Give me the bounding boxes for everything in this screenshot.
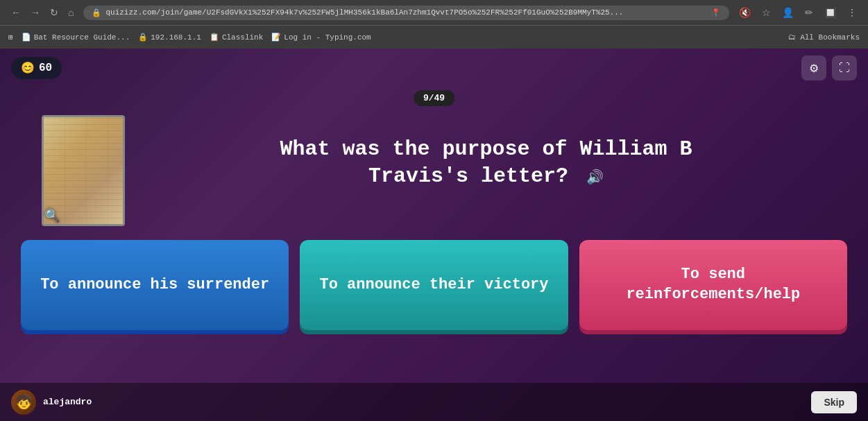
bookmark-typing[interactable]: 📝 Log in - Typing.com	[271, 33, 371, 42]
answer-text-2: To announce their victory	[319, 275, 548, 295]
top-bar: 😊 60 ⚙ ⛶	[0, 49, 868, 87]
bookmark-typing-label: Log in - Typing.com	[284, 33, 371, 42]
bookmark-bat-label: Bat Resource Guide...	[34, 33, 130, 42]
bookmark-bat-icon: 📄	[22, 33, 31, 42]
settings-button[interactable]: ⚙	[801, 55, 826, 80]
top-right-icons: ⚙ ⛶	[801, 55, 857, 80]
answer-text-1: To announce his surrender	[40, 275, 269, 295]
bookmark-classlink-icon: 📋	[210, 33, 219, 42]
profile-button[interactable]: 👤	[779, 6, 797, 19]
skip-button[interactable]: Skip	[811, 391, 857, 413]
extension-button[interactable]: 🔲	[822, 6, 839, 19]
menu-button[interactable]: ⋮	[844, 6, 860, 19]
browser-top-bar: ← → ↻ ⌂ 🔒 quizizz.com/join/game/U2FsdGVk…	[0, 0, 868, 25]
avatar: 🧒	[11, 390, 36, 415]
forward-button[interactable]: →	[28, 6, 43, 19]
bookmark-classlink[interactable]: 📋 Classlink	[210, 33, 263, 42]
bookmark-ip-icon: 🔒	[138, 33, 148, 42]
all-bookmarks[interactable]: 🗂 All Bookmarks	[788, 33, 860, 42]
bookmark-folder-icon: 🗂	[788, 33, 796, 42]
all-bookmarks-label: All Bookmarks	[800, 33, 860, 42]
question-text: What was the purpose of William B Travis…	[146, 136, 826, 190]
fullscreen-button[interactable]: ⛶	[832, 55, 857, 80]
avatar-icon: 🧒	[15, 393, 33, 411]
lock-icon: 🔒	[92, 8, 101, 17]
score-emoji-icon: 😊	[21, 61, 35, 75]
pen-button[interactable]: ✏	[802, 6, 816, 19]
location-icon: 📍	[711, 8, 721, 17]
bookmark-ip-label: 192.168.1.1	[151, 33, 201, 42]
game-area: 😊 60 ⚙ ⛶ 9/49 🔍 What was the purpose of …	[0, 49, 868, 421]
browser-actions: 🔇 ☆ 👤 ✏ 🔲 ⋮	[736, 6, 860, 19]
image-container: 🔍	[42, 115, 125, 226]
score-badge: 😊 60	[11, 57, 62, 79]
question-text-container: What was the purpose of William B Travis…	[146, 115, 826, 190]
address-bar[interactable]: 🔒 quizizz.com/join/game/U2FsdGVkX1%252FX…	[83, 6, 729, 20]
username: alejandro	[43, 397, 92, 407]
bookmarks-bar: ⊞ 📄 Bat Resource Guide... 🔒 192.168.1.1 …	[0, 25, 868, 49]
browser-chrome: ← → ↻ ⌂ 🔒 quizizz.com/join/game/U2FsdGVk…	[0, 0, 868, 49]
star-button[interactable]: ☆	[759, 6, 774, 19]
bookmark-typing-icon: 📝	[271, 33, 281, 42]
navigation-icons: ← → ↻ ⌂	[8, 6, 76, 19]
mute-button[interactable]: 🔇	[736, 6, 754, 19]
url-text: quizizz.com/join/game/U2FsdGVkX1%252FX94…	[105, 8, 707, 17]
bottom-bar: 🧒 alejandro Skip	[0, 383, 868, 421]
answers-section: To announce his surrender To announce th…	[0, 240, 868, 330]
answer-button-3[interactable]: To send reinforcements/help	[579, 240, 847, 330]
audio-icon[interactable]: 🔊	[586, 169, 604, 187]
bookmark-classlink-label: Classlink	[222, 33, 263, 42]
bookmark-bat-resource[interactable]: 📄 Bat Resource Guide...	[22, 33, 130, 42]
bookmarks-grid-icon[interactable]: ⊞	[8, 33, 13, 42]
user-info: 🧒 alejandro	[11, 390, 92, 415]
zoom-icon[interactable]: 🔍	[44, 208, 60, 223]
home-button[interactable]: ⌂	[65, 6, 76, 19]
back-button[interactable]: ←	[8, 6, 24, 19]
bookmark-ip[interactable]: 🔒 192.168.1.1	[138, 33, 201, 42]
refresh-button[interactable]: ↻	[47, 6, 61, 19]
answer-button-1[interactable]: To announce his surrender	[21, 240, 289, 330]
score-value: 60	[39, 62, 52, 74]
answer-button-2[interactable]: To announce their victory	[300, 240, 568, 330]
answer-text-3: To send reinforcements/help	[590, 265, 836, 304]
question-section: 🔍 What was the purpose of William B Trav…	[0, 101, 868, 233]
